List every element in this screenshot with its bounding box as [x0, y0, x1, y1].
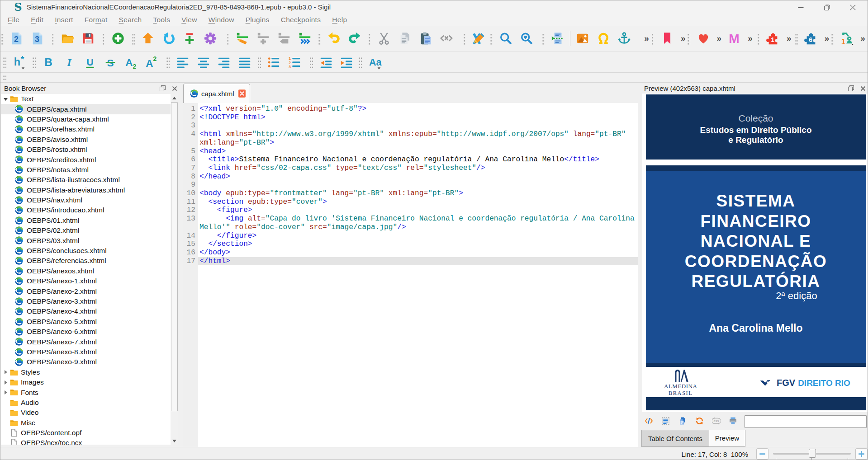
tree-item[interactable]: OEBPS/notas.xhtml	[1, 165, 171, 175]
toolbar-grip[interactable]	[542, 33, 545, 45]
cut-scissors-icon[interactable]	[377, 32, 391, 45]
copy-pages-icon[interactable]	[398, 32, 412, 45]
tab-preview[interactable]: Preview	[709, 430, 745, 447]
find-replace-icon[interactable]	[520, 32, 533, 45]
tree-item[interactable]: OEBPS/anexo-3.xhtml	[1, 296, 171, 306]
align-right-icon[interactable]	[217, 55, 231, 70]
toolbar-grip[interactable]	[358, 56, 362, 68]
tree-item[interactable]: OEBPS/anexo-5.xhtml	[1, 317, 171, 327]
align-center-icon[interactable]	[197, 55, 210, 70]
tab-close-icon[interactable]	[238, 89, 246, 98]
preview-close-icon[interactable]	[860, 85, 866, 93]
find-search-icon[interactable]	[499, 32, 512, 45]
tree-item[interactable]: Audio	[1, 398, 171, 408]
align-justify-icon[interactable]	[238, 55, 251, 70]
tree-item[interactable]: OEBPS/anexo-1.xhtml	[1, 276, 171, 286]
tree-item[interactable]: OEBPS/lista-ilustracoes.xhtml	[1, 175, 171, 185]
menu-insert[interactable]: Insert	[49, 15, 79, 25]
code-view-icon[interactable]	[440, 32, 453, 45]
checkpoint-tool-1-icon[interactable]	[840, 32, 854, 45]
toolbar-grip[interactable]	[132, 33, 134, 45]
menu-search[interactable]: Search	[114, 15, 147, 25]
split-marker-icon[interactable]	[277, 32, 291, 45]
superscript-icon[interactable]	[145, 55, 158, 70]
toolbar-overflow-chevron[interactable]: »	[825, 33, 829, 43]
book-browser-float-icon[interactable]	[160, 85, 166, 93]
special-character-omega-icon[interactable]	[597, 32, 610, 45]
toolbar-grip[interactable]	[368, 33, 371, 45]
tree-item[interactable]: OEBPS/ncx/toc.ncx	[1, 438, 171, 445]
toolbar-grip[interactable]	[309, 56, 313, 68]
align-left-icon[interactable]	[176, 55, 190, 70]
toolbar-grip[interactable]	[3, 56, 6, 68]
toolbar-grip[interactable]	[795, 33, 797, 45]
anchor-link-icon[interactable]	[617, 32, 631, 45]
tree-item[interactable]: OEBPS/03.xhtml	[1, 235, 171, 245]
tree-item[interactable]: Video	[1, 408, 171, 418]
tree-item[interactable]: Images	[1, 377, 171, 387]
tree-item[interactable]: OEBPS/quarta-capa.xhtml	[1, 114, 171, 124]
toolbar-overflow-chevron[interactable]: »	[748, 33, 752, 43]
zoom-out-button[interactable]	[756, 448, 768, 460]
insert-image-icon[interactable]	[576, 32, 589, 45]
paste-clipboard-icon[interactable]	[419, 32, 432, 45]
tree-item[interactable]: OEBPS/01.xhtml	[1, 216, 171, 225]
menu-file[interactable]: File	[2, 15, 25, 25]
donate-heart-icon[interactable]	[697, 32, 710, 45]
new-epub2-icon[interactable]	[10, 32, 24, 45]
list-number-icon[interactable]	[288, 55, 301, 70]
book-browser-scrollbar[interactable]	[171, 94, 178, 445]
preview-address-input[interactable]	[745, 415, 867, 428]
new-epub3-icon[interactable]	[31, 32, 44, 45]
bookmark-icon[interactable]	[660, 32, 674, 45]
diff-checkpoint-icon[interactable]	[183, 32, 196, 45]
copy-preview-icon[interactable]	[678, 417, 687, 425]
tab-capa-xhtml[interactable]: capa.xhtml	[183, 84, 250, 103]
tree-item[interactable]: Misc	[1, 418, 171, 428]
menu-view[interactable]: View	[176, 15, 203, 25]
toolbar-grip[interactable]	[32, 56, 36, 68]
book-browser-close-icon[interactable]	[172, 85, 177, 93]
zoom-slider-handle[interactable]	[809, 449, 816, 458]
upload-icon[interactable]	[141, 32, 155, 45]
zoom-slider[interactable]	[773, 447, 851, 460]
minimize-button[interactable]	[790, 0, 811, 14]
toolbar-grip[interactable]	[1, 33, 4, 45]
tree-item[interactable]: OEBPS/anexo-2.xhtml	[1, 286, 171, 296]
tree-item[interactable]: Fonts	[1, 387, 171, 397]
split-add-icon[interactable]	[256, 32, 270, 45]
maximize-button[interactable]	[816, 0, 837, 14]
scroll-up-button[interactable]	[171, 94, 178, 102]
metadata-m-icon[interactable]	[727, 32, 741, 45]
splitter-left[interactable]	[179, 166, 183, 460]
text-casing-icon[interactable]	[368, 55, 382, 70]
tree-item[interactable]: OEBPS/lista-abreviaturas.xhtml	[1, 185, 171, 195]
menu-window[interactable]: Window	[203, 15, 240, 25]
css-toggle-icon[interactable]	[712, 417, 721, 425]
menu-checkpoints[interactable]: Checkpoints	[275, 15, 327, 25]
open-folder-icon[interactable]	[61, 32, 74, 45]
tree-item[interactable]: OEBPS/anexo-8.xhtml	[1, 347, 171, 357]
menu-plugins[interactable]: Plugins	[240, 15, 275, 25]
toolbar-grip[interactable]	[687, 33, 690, 45]
tree-item[interactable]: OEBPS/aviso.xhtml	[1, 135, 171, 145]
refresh-preview-icon[interactable]	[695, 417, 704, 425]
tree-item[interactable]: Text	[1, 94, 171, 104]
outdent-icon[interactable]	[319, 55, 333, 70]
select-all-icon[interactable]	[661, 417, 670, 425]
redo-icon[interactable]	[348, 32, 361, 45]
toolbar-grip[interactable]	[831, 33, 834, 45]
toolbar-overflow-chevron[interactable]: »	[860, 33, 864, 43]
add-file-icon[interactable]	[111, 32, 125, 45]
indent-icon[interactable]	[340, 55, 353, 70]
inspect-code-icon[interactable]	[645, 417, 653, 425]
tree-item[interactable]: OEBPS/nav.xhtml	[1, 195, 171, 205]
toolbar-overflow-chevron[interactable]: »	[681, 33, 685, 43]
tree-item[interactable]: OEBPS/anexos.xhtml	[1, 266, 171, 276]
print-icon[interactable]	[729, 417, 737, 425]
tree-item[interactable]: OEBPS/content.opf	[1, 428, 171, 438]
toolbar-overflow-chevron[interactable]: »	[787, 33, 791, 43]
tree-item[interactable]: OEBPS/orelhas.xhtml	[1, 124, 171, 134]
zoom-in-button[interactable]	[855, 448, 868, 460]
preview-float-icon[interactable]	[848, 85, 854, 93]
